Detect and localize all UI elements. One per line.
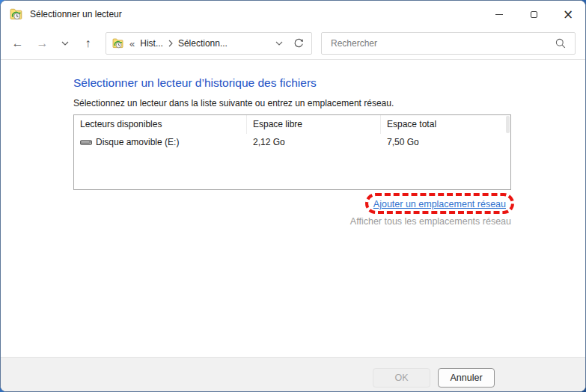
forward-icon: → (37, 37, 49, 50)
address-bar[interactable]: « Hist... Sélectionn... (106, 32, 312, 55)
drive-total-space: 7,50 Go (381, 137, 510, 147)
breadcrumb-overflow-icon[interactable]: « (129, 38, 135, 49)
minimize-button[interactable] (482, 1, 516, 28)
back-icon: ← (12, 37, 24, 50)
drive-icon (80, 136, 92, 148)
forward-button[interactable]: → (30, 31, 55, 55)
address-dropdown-button[interactable] (275, 41, 283, 46)
up-icon: ↑ (85, 37, 91, 50)
column-header-total-space[interactable]: Espace total (381, 115, 510, 134)
maximize-icon (531, 11, 537, 18)
drive-name: Disque amovible (E:) (96, 137, 179, 147)
file-history-select-drive-dialog: Sélectionner un lecteur × ← → ↑ (0, 0, 586, 392)
page-subtitle: Sélectionnez un lecteur dans la liste su… (73, 98, 394, 108)
back-button[interactable]: ← (5, 31, 30, 55)
search-box (321, 32, 576, 55)
drive-list-header: Lecteurs disponibles Espace libre Espace… (74, 115, 510, 134)
cancel-button[interactable]: Annuler (438, 368, 495, 388)
table-row-removable-disk[interactable]: Disque amovible (E:) 2,12 Go 7,50 Go (74, 134, 510, 150)
chevron-down-icon (61, 41, 69, 46)
refresh-button[interactable] (293, 38, 304, 49)
show-all-network-locations-link: Afficher tous les emplacements réseau (350, 216, 511, 227)
column-header-available-drives[interactable]: Lecteurs disponibles (74, 115, 247, 134)
close-icon: × (563, 8, 573, 21)
close-button[interactable]: × (551, 1, 585, 28)
add-network-location-link[interactable]: Ajouter un emplacement réseau (373, 199, 506, 209)
titlebar: Sélectionner un lecteur × (1, 1, 585, 28)
chevron-right-icon (168, 40, 173, 47)
breadcrumb-item-history[interactable]: Hist... (140, 38, 163, 49)
nav-buttons: ← → ↑ (5, 31, 100, 56)
file-history-icon (10, 7, 23, 21)
window-controls: × (482, 1, 585, 28)
maximize-button[interactable] (516, 1, 551, 28)
table-scrollbar[interactable] (506, 116, 510, 133)
page-title: Sélectionner un lecteur d’historique des… (73, 76, 317, 90)
navigation-toolbar: ← → ↑ « Hist... (1, 28, 585, 60)
dialog-footer: OK Annuler (1, 357, 585, 391)
drive-list: Lecteurs disponibles Espace libre Espace… (73, 114, 511, 190)
window-title: Sélectionner un lecteur (30, 9, 122, 19)
drive-free-space: 2,12 Go (247, 137, 381, 147)
search-icon[interactable] (555, 38, 575, 49)
search-input[interactable] (322, 33, 555, 54)
column-header-free-space[interactable]: Espace libre (247, 115, 381, 134)
ok-button[interactable]: OK (373, 368, 430, 388)
red-annotation-box: Ajouter un emplacement réseau (365, 193, 514, 214)
up-button[interactable]: ↑ (76, 31, 100, 55)
file-history-icon (112, 37, 124, 49)
breadcrumb-item-select-drive[interactable]: Sélectionn... (178, 38, 228, 49)
recent-locations-button[interactable] (55, 31, 76, 55)
minimize-icon (495, 14, 503, 15)
